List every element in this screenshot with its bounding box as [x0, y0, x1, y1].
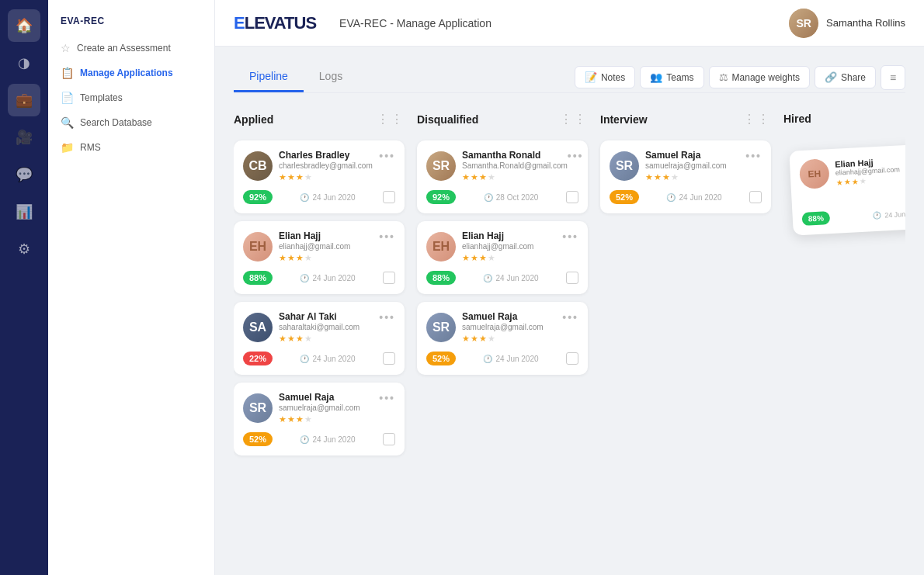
- avatar: EH: [243, 232, 273, 262]
- col-header-disqualified: Disqualified ⋮⋮: [417, 109, 588, 133]
- avatar: SR: [426, 151, 456, 181]
- sidebar-item-chart[interactable]: 📊: [8, 196, 40, 228]
- person-email: samuelraja@gmail.com: [462, 323, 544, 331]
- card-menu[interactable]: •••: [568, 150, 584, 162]
- create-assessment-icon: ☆: [61, 42, 71, 54]
- score-badge: 88%: [426, 271, 456, 285]
- col-menu-interview[interactable]: ⋮⋮: [743, 112, 771, 126]
- sidebar-item-video[interactable]: 🎥: [8, 121, 40, 154]
- card-date: 🕐 24 Jun 2020: [300, 193, 355, 202]
- person-name: Samuel Raja: [279, 392, 360, 403]
- notes-button[interactable]: 📝 Notes: [575, 66, 635, 88]
- templates-icon: 📄: [61, 92, 74, 104]
- sidebar-item-theme[interactable]: ◑: [8, 47, 40, 79]
- tab-pipeline[interactable]: Pipeline: [234, 62, 304, 92]
- card-checkbox[interactable]: [383, 352, 395, 365]
- star-rating: ★ ★ ★ ★: [835, 175, 901, 186]
- col-title-interview: Interview: [600, 113, 648, 126]
- card-menu[interactable]: •••: [379, 150, 395, 162]
- tabs: Pipeline Logs: [234, 62, 358, 92]
- person-name: Samantha Ronald: [462, 150, 568, 161]
- col-title-hired: Hired: [783, 113, 811, 125]
- kanban-col-hired: Hired ••• EH Elian Hajj elianhajj@gmail.…: [783, 109, 905, 559]
- kanban-col-interview: Interview ⋮⋮ SR Samuel Raja samuelraja@g…: [600, 109, 771, 559]
- score-badge: 88%: [801, 211, 830, 226]
- section-title: EVA-REC: [48, 16, 214, 36]
- card-checkbox[interactable]: [749, 191, 762, 203]
- avatar: SA: [243, 313, 273, 342]
- col-menu-applied[interactable]: ⋮⋮: [377, 112, 405, 126]
- table-row: EH Elian Hajj elianhajj@gmail.com ★ ★ ★ …: [234, 221, 405, 294]
- share-button[interactable]: 🔗 Share: [815, 66, 876, 88]
- search-database-icon: 🔍: [61, 116, 74, 129]
- table-row: CB Charles Bradley charlesbradley@gmail.…: [234, 140, 405, 213]
- kanban-board: Applied ⋮⋮ CB Charles Bradley charlesbra…: [234, 109, 905, 559]
- score-badge: 52%: [243, 432, 273, 446]
- card-menu[interactable]: •••: [562, 230, 578, 243]
- teams-button[interactable]: 👥 Teams: [640, 66, 703, 88]
- card-checkbox[interactable]: [566, 352, 578, 365]
- star-rating: ★ ★ ★ ★: [279, 253, 350, 263]
- person-name: Elian Hajj: [279, 230, 350, 241]
- card-date: 🕐 24 Jun 2020: [666, 193, 721, 202]
- person-name: Sahar Al Taki: [279, 311, 360, 322]
- sidebar-item-briefcase[interactable]: 💼: [8, 84, 40, 116]
- sidebar-item-chat[interactable]: 💬: [8, 158, 40, 191]
- hired-card-wrapper: EH Elian Hajj elianhajj@gmail.com ★ ★ ★ …: [783, 140, 905, 264]
- card-menu[interactable]: •••: [379, 311, 395, 324]
- sidebar-item-settings[interactable]: ⚙: [8, 233, 40, 265]
- card-checkbox[interactable]: [383, 272, 395, 284]
- col-header-hired: Hired •••: [783, 109, 905, 132]
- person-email: charlesbradley@gmail.com: [279, 161, 373, 170]
- card-date: 🕐 24 Jun 2020: [483, 355, 538, 363]
- card-checkbox[interactable]: [383, 191, 395, 203]
- rms-icon: 📁: [61, 141, 74, 154]
- logo: ELEVATUS: [234, 13, 316, 33]
- share-icon: 🔗: [825, 71, 837, 83]
- score-badge: 52%: [610, 190, 639, 204]
- weights-icon: ⚖: [719, 71, 728, 83]
- score-badge: 88%: [243, 271, 273, 285]
- star-rating: ★ ★ ★ ★: [462, 334, 544, 344]
- menu-item-search-database[interactable]: 🔍 Search Database: [48, 110, 214, 135]
- avatar-image: SR: [789, 9, 818, 38]
- card-menu[interactable]: •••: [745, 150, 762, 162]
- card-checkbox[interactable]: [566, 272, 578, 284]
- avatar: EH: [799, 158, 830, 189]
- card-checkbox[interactable]: [383, 433, 395, 445]
- menu-item-manage-applications[interactable]: 📋 Manage Applications: [48, 61, 214, 85]
- avatar: SR: [610, 151, 639, 181]
- menu-item-create-assessment[interactable]: ☆ Create an Assessment: [48, 36, 214, 61]
- card-menu[interactable]: •••: [562, 311, 578, 324]
- menu-item-rms[interactable]: 📁 RMS: [48, 135, 214, 160]
- card-date: 🕐 24 Jun 2020: [300, 355, 355, 363]
- col-menu-disqualified[interactable]: ⋮⋮: [560, 112, 588, 126]
- score-badge: 92%: [426, 190, 456, 204]
- card-menu[interactable]: •••: [379, 230, 395, 243]
- notes-icon: 📝: [585, 71, 597, 83]
- card-menu[interactable]: •••: [379, 392, 395, 404]
- sidebar-item-home[interactable]: 🏠: [8, 9, 40, 42]
- table-row: SA Sahar Al Taki saharaltaki@gmail.com ★…: [234, 302, 405, 375]
- star-rating: ★ ★ ★ ★: [279, 334, 360, 344]
- menu-item-templates[interactable]: 📄 Templates: [48, 85, 214, 110]
- tabs-toolbar: Pipeline Logs 📝 Notes 👥 Teams ⚖ Manage w…: [234, 62, 905, 93]
- card-date: 🕐 24 Jun 2020: [483, 274, 538, 282]
- tab-logs[interactable]: Logs: [304, 62, 358, 92]
- manage-applications-icon: 📋: [61, 67, 74, 79]
- table-row: EH Elian Hajj elianhajj@gmail.com ★ ★ ★ …: [417, 221, 588, 294]
- hired-person-row: EH Elian Hajj elianhajj@gmail.com ★ ★ ★ …: [799, 154, 905, 189]
- top-header: ELEVATUS EVA-REC - Manage Application SR…: [215, 0, 924, 47]
- table-row: SR Samuel Raja samuelraja@gmail.com ★ ★ …: [234, 383, 405, 455]
- person-name: Elian Hajj: [462, 230, 533, 241]
- content-area: Pipeline Logs 📝 Notes 👥 Teams ⚖ Manage w…: [215, 47, 924, 575]
- card-date: 🕐 24 Jun 2020: [300, 274, 355, 282]
- filter-button[interactable]: ≡: [881, 65, 905, 90]
- avatar: SR: [426, 313, 456, 342]
- card-checkbox[interactable]: [566, 191, 578, 203]
- score-badge: 22%: [243, 352, 273, 365]
- kanban-col-disqualified: Disqualified ⋮⋮ SR Samantha Ronald Saman…: [417, 109, 588, 559]
- star-rating: ★ ★ ★ ★: [645, 172, 727, 182]
- manage-weights-button[interactable]: ⚖ Manage weights: [709, 66, 810, 88]
- col-header-interview: Interview ⋮⋮: [600, 109, 771, 133]
